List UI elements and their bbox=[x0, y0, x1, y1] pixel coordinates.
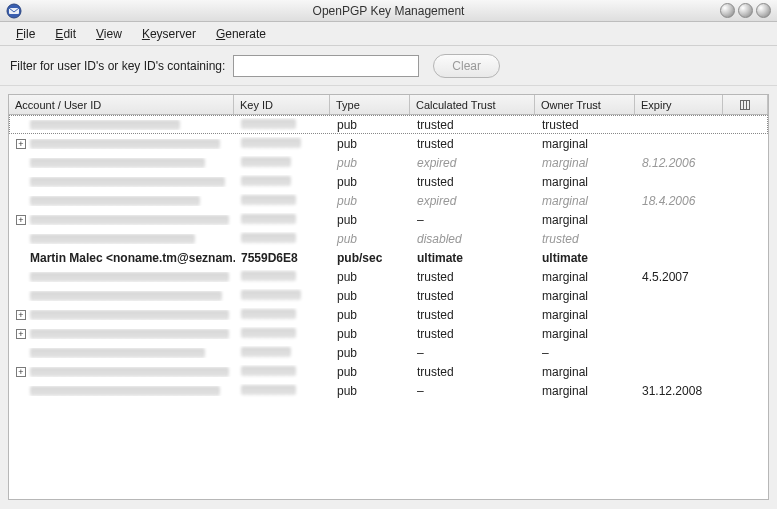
expand-icon[interactable]: + bbox=[16, 310, 26, 320]
table-row[interactable]: Martin Malec <noname.tm@seznam....7559D6… bbox=[9, 248, 768, 267]
redacted-user: x bbox=[30, 139, 220, 149]
table-row[interactable]: +xxpub–marginal bbox=[9, 210, 768, 229]
col-header-expiry[interactable]: Expiry bbox=[635, 95, 723, 114]
table-row[interactable]: +xxpubtrustedmarginal bbox=[9, 362, 768, 381]
expand-icon[interactable]: + bbox=[16, 367, 26, 377]
table-row[interactable]: xxpubtrustedtrusted bbox=[9, 115, 768, 134]
table-row[interactable]: xxpub–marginal31.12.2008 bbox=[9, 381, 768, 400]
expand-spacer bbox=[16, 348, 26, 358]
redacted-user: x bbox=[30, 386, 220, 396]
expand-icon[interactable]: + bbox=[16, 139, 26, 149]
table-body: xxpubtrustedtrusted+xxpubtrustedmarginal… bbox=[9, 115, 768, 499]
menu-keyserver[interactable]: Keyserver bbox=[132, 24, 206, 44]
cell-calc: trusted bbox=[411, 327, 536, 341]
menu-generate[interactable]: Generate bbox=[206, 24, 276, 44]
filter-toolbar: Filter for user ID's or key ID's contain… bbox=[0, 46, 777, 86]
table-row[interactable]: xxpubtrustedmarginal bbox=[9, 172, 768, 191]
cell-calc: expired bbox=[411, 194, 536, 208]
cell-keyid: x bbox=[235, 270, 331, 284]
col-header-keyid[interactable]: Key ID bbox=[234, 95, 330, 114]
redacted-keyid: x bbox=[241, 385, 296, 395]
expand-icon[interactable]: + bbox=[16, 215, 26, 225]
cell-owner: marginal bbox=[536, 156, 636, 170]
expand-icon[interactable]: + bbox=[16, 329, 26, 339]
cell-keyid: x bbox=[235, 175, 331, 189]
table-row[interactable]: +xxpubtrustedmarginal bbox=[9, 305, 768, 324]
cell-type: pub bbox=[331, 194, 411, 208]
cell-keyid: x bbox=[235, 346, 331, 360]
cell-keyid: x bbox=[235, 156, 331, 170]
menu-view[interactable]: View bbox=[86, 24, 132, 44]
app-icon bbox=[4, 1, 24, 21]
redacted-user: x bbox=[30, 367, 229, 377]
redacted-keyid: x bbox=[241, 271, 296, 281]
redacted-user: x bbox=[30, 329, 229, 339]
table-row[interactable]: xxpub–– bbox=[9, 343, 768, 362]
menu-file[interactable]: File bbox=[6, 24, 45, 44]
redacted-keyid: x bbox=[241, 176, 291, 186]
cell-user: x bbox=[10, 291, 235, 301]
cell-calc: ultimate bbox=[411, 251, 536, 265]
cell-keyid: x bbox=[235, 137, 331, 151]
table-row[interactable]: +xxpubtrustedmarginal bbox=[9, 324, 768, 343]
cell-keyid: 7559D6E8 bbox=[235, 251, 331, 265]
col-header-user[interactable]: Account / User ID bbox=[9, 95, 234, 114]
redacted-user: x bbox=[30, 158, 205, 168]
col-header-type[interactable]: Type bbox=[330, 95, 410, 114]
cell-user: +x bbox=[10, 215, 235, 225]
filter-input[interactable] bbox=[233, 55, 419, 77]
redacted-user: x bbox=[30, 120, 180, 130]
close-button[interactable] bbox=[756, 3, 771, 18]
cell-owner: – bbox=[536, 346, 636, 360]
table-row[interactable]: xxpubexpiredmarginal18.4.2006 bbox=[9, 191, 768, 210]
cell-type: pub bbox=[331, 232, 411, 246]
redacted-keyid: x bbox=[241, 119, 296, 129]
svg-rect-2 bbox=[741, 100, 750, 109]
cell-type: pub bbox=[331, 327, 411, 341]
cell-user: x bbox=[10, 196, 235, 206]
cell-user: +x bbox=[10, 329, 235, 339]
col-header-calc[interactable]: Calculated Trust bbox=[410, 95, 535, 114]
expand-spacer bbox=[16, 196, 26, 206]
cell-user: x bbox=[10, 272, 235, 282]
cell-calc: – bbox=[411, 213, 536, 227]
cell-type: pub bbox=[331, 137, 411, 151]
cell-calc: – bbox=[411, 384, 536, 398]
clear-button[interactable]: Clear bbox=[433, 54, 500, 78]
redacted-user: x bbox=[30, 348, 205, 358]
cell-owner: ultimate bbox=[536, 251, 636, 265]
cell-keyid: x bbox=[235, 118, 331, 132]
table-row[interactable]: xxpubdisabledtrusted bbox=[9, 229, 768, 248]
table-row[interactable]: +xxpubtrustedmarginal bbox=[9, 134, 768, 153]
cell-type: pub bbox=[331, 346, 411, 360]
cell-calc: trusted bbox=[411, 137, 536, 151]
cell-user: +x bbox=[10, 139, 235, 149]
user-label: Martin Malec <noname.tm@seznam.... bbox=[30, 251, 235, 265]
redacted-user: x bbox=[30, 177, 225, 187]
redacted-keyid: x bbox=[241, 366, 296, 376]
cell-type: pub bbox=[331, 213, 411, 227]
window-controls bbox=[720, 3, 771, 18]
maximize-button[interactable] bbox=[738, 3, 753, 18]
cell-calc: expired bbox=[411, 156, 536, 170]
col-picker[interactable] bbox=[723, 95, 768, 114]
cell-user: x bbox=[10, 120, 235, 130]
table-row[interactable]: xxpubexpiredmarginal8.12.2006 bbox=[9, 153, 768, 172]
redacted-keyid: x bbox=[241, 347, 291, 357]
redacted-user: x bbox=[30, 310, 229, 320]
cell-keyid: x bbox=[235, 365, 331, 379]
redacted-keyid: x bbox=[241, 290, 301, 300]
cell-expiry: 31.12.2008 bbox=[636, 384, 724, 398]
redacted-keyid: x bbox=[241, 233, 296, 243]
col-header-owner[interactable]: Owner Trust bbox=[535, 95, 635, 114]
cell-user: x bbox=[10, 386, 235, 396]
cell-user: x bbox=[10, 158, 235, 168]
minimize-button[interactable] bbox=[720, 3, 735, 18]
cell-owner: marginal bbox=[536, 270, 636, 284]
menu-edit[interactable]: Edit bbox=[45, 24, 86, 44]
cell-owner: marginal bbox=[536, 175, 636, 189]
table-row[interactable]: xxpubtrustedmarginal bbox=[9, 286, 768, 305]
table-row[interactable]: xxpubtrustedmarginal4.5.2007 bbox=[9, 267, 768, 286]
cell-keyid: x bbox=[235, 213, 331, 227]
cell-owner: marginal bbox=[536, 365, 636, 379]
